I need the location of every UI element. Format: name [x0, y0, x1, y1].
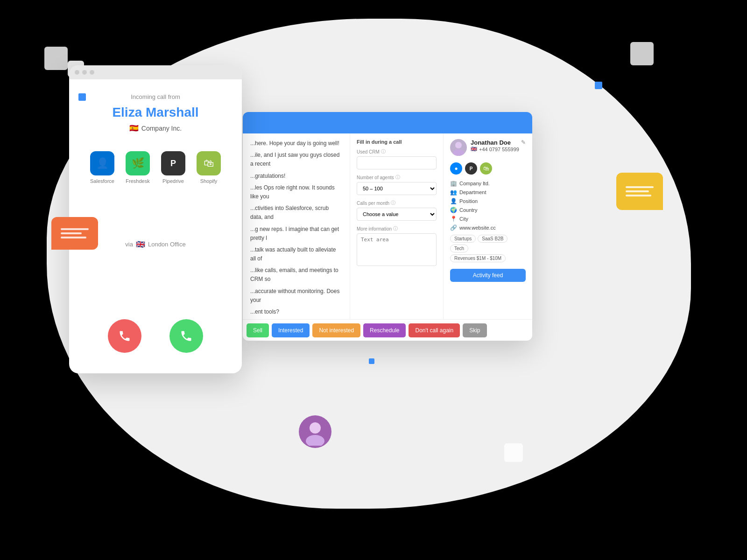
via-row: via 🇬🇧 London Office	[125, 240, 185, 249]
chat-line-5: ...ctivities into Salesforce, scrub data…	[250, 204, 342, 222]
chat-line-9: ...like calls, emails, and meetings to C…	[250, 266, 342, 284]
used-crm-input[interactable]	[357, 156, 437, 169]
activity-feed-button[interactable]: Activity feed	[450, 269, 526, 282]
chat-line-2: ...ile, and I just saw you guys closed a…	[250, 151, 342, 168]
used-crm-label: Used CRM ⓘ	[357, 148, 437, 155]
svg-point-0	[455, 142, 462, 148]
agents-label: Number of agents ⓘ	[357, 174, 437, 181]
skip-button[interactable]: Skip	[463, 323, 486, 337]
office-flag: 🇬🇧	[136, 240, 145, 249]
titlebar-dot-2	[82, 70, 87, 75]
edit-icon[interactable]: ✎	[521, 139, 526, 146]
integration-salesforce[interactable]: 👤 Salesforce	[90, 151, 114, 184]
crm-contact: Jonathan Doe 🇬🇧 +44 0797 555999 ✎ ● P 🛍 …	[444, 133, 532, 319]
freshdesk-icon: 🌿	[126, 151, 150, 175]
shopify-label: Shopify	[200, 178, 218, 184]
person-icon: 👤	[450, 198, 457, 204]
crm-topbar	[243, 112, 532, 133]
contact-department: 👥 Department	[450, 189, 526, 196]
pipedrive-contact-icon[interactable]: P	[465, 162, 477, 175]
chat-bubble-orange	[51, 217, 98, 250]
svg-point-1	[453, 149, 464, 156]
caller-flag: 🇪🇸	[129, 124, 139, 133]
contact-website: 🔗 www.website.cc	[450, 224, 526, 231]
dont-call-button[interactable]: Don't call again	[409, 323, 460, 337]
reschedule-button[interactable]: Reschedule	[363, 323, 406, 337]
contact-header: Jonathan Doe 🇬🇧 +44 0797 555999 ✎	[450, 139, 526, 156]
deco-dot-1	[78, 93, 86, 101]
pipedrive-label: Pipedrive	[162, 178, 184, 184]
contact-phone: 🇬🇧 +44 0797 555999	[471, 146, 526, 152]
salesforce-icon: 👤	[90, 151, 114, 175]
agents-select[interactable]: 50 – 100	[357, 182, 437, 195]
crm-chat: ...here. Hope your day is going well! ..…	[243, 133, 350, 319]
sell-button[interactable]: Sell	[247, 323, 269, 337]
bubble-line-2	[61, 232, 82, 234]
company-name: Company Inc.	[141, 125, 182, 132]
salesforce-label: Salesforce	[90, 178, 114, 184]
crm-form: Fill in during a call Used CRM ⓘ Number …	[350, 133, 444, 319]
crm-footer: Sell Interested Not interested Reschedul…	[243, 319, 532, 341]
accept-button[interactable]	[169, 319, 203, 353]
bubble-line-1	[61, 228, 89, 230]
scene: Incoming call from Eliza Marshall 🇪🇸 Com…	[0, 0, 747, 560]
contact-name-block: Jonathan Doe 🇬🇧 +44 0797 555999	[471, 139, 526, 152]
flag-icon: 🌍	[450, 207, 457, 213]
chat-line-1: ...here. Hope your day is going well!	[250, 139, 342, 148]
bubble-line-y2	[626, 190, 649, 192]
messenger-icon[interactable]: ●	[450, 162, 462, 175]
pipedrive-icon: P	[161, 151, 185, 175]
bubble-lines-orange	[56, 224, 93, 243]
contact-company: 🏢 Company ltd.	[450, 180, 526, 187]
chat-line-11: ...ent tools?	[250, 308, 342, 316]
svg-point-3	[306, 435, 324, 446]
shopify-contact-icon[interactable]: 🛍	[480, 162, 492, 175]
chat-bubble-yellow	[616, 173, 663, 210]
chat-line-6: ...g new reps. I imagine that can get pr…	[250, 225, 342, 243]
avatar-circle	[299, 415, 331, 448]
tag-startups: Startups	[450, 235, 476, 243]
contact-position: 👤 Position	[450, 198, 526, 204]
chat-line-8: ...talk was actually built to alleviate …	[250, 245, 342, 263]
integrations-row: 👤 Salesforce 🌿 Freshdesk P Pipedrive 🛍 S…	[90, 151, 221, 184]
bubble-line-y3	[626, 195, 651, 196]
shopify-icon: 🛍	[197, 151, 221, 175]
contact-apps: ● P 🛍	[450, 162, 526, 175]
contact-name: Jonathan Doe	[471, 139, 526, 146]
link-icon: 🔗	[450, 224, 457, 231]
phone-titlebar	[69, 65, 242, 79]
call-actions	[108, 319, 203, 353]
svg-point-2	[310, 422, 321, 434]
interested-button[interactable]: Interested	[272, 323, 310, 337]
contact-avatar	[450, 139, 467, 156]
location-icon: 📍	[450, 216, 457, 222]
not-interested-button[interactable]: Not interested	[312, 323, 360, 337]
office-name: London Office	[148, 241, 186, 248]
bubble-line-3	[61, 237, 86, 238]
chat-line-4: ...les Ops role right now. It sounds lik…	[250, 183, 342, 201]
deco-dot-3	[369, 358, 374, 364]
bubble-lines-yellow	[621, 182, 658, 201]
calls-label: Calls per month ⓘ	[357, 200, 437, 206]
chat-line-10: ...accurate without monitoring. Does you…	[250, 287, 342, 305]
contact-city: 📍 City	[450, 216, 526, 222]
more-info-label: More information ⓘ	[357, 225, 437, 232]
integration-shopify[interactable]: 🛍 Shopify	[197, 151, 221, 184]
bubble-line-y1	[626, 186, 654, 188]
tag-tech: Tech	[450, 245, 468, 252]
freshdesk-label: Freshdesk	[126, 178, 149, 184]
caller-company: 🇪🇸 Company Inc.	[129, 124, 182, 133]
people-icon: 👥	[450, 189, 457, 196]
crm-window: ...here. Hope your day is going well! ..…	[243, 112, 532, 341]
decline-button[interactable]	[108, 319, 141, 353]
form-title: Fill in during a call	[357, 139, 437, 145]
deco-square-4	[504, 443, 523, 462]
more-info-textarea[interactable]	[357, 233, 437, 266]
calls-select[interactable]: Choose a value	[357, 208, 437, 221]
deco-dot-2	[595, 82, 602, 89]
integration-freshdesk[interactable]: 🌿 Freshdesk	[126, 151, 150, 184]
contact-country: 🌍 Country	[450, 207, 526, 213]
integration-pipedrive[interactable]: P Pipedrive	[161, 151, 185, 184]
titlebar-dot-1	[75, 70, 79, 75]
deco-square-1	[44, 47, 68, 70]
